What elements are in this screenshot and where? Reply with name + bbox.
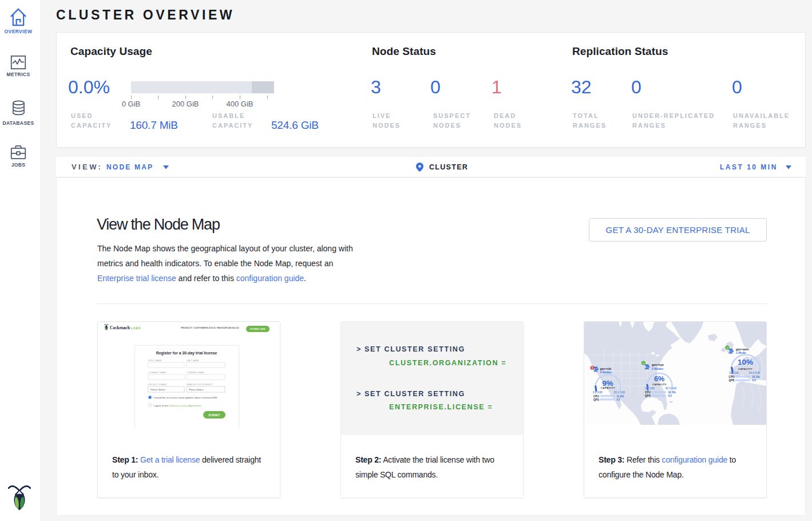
- svg-text:DOCS: DOCS: [209, 327, 216, 329]
- svg-text:3.2 GiB: 3.2 GiB: [593, 391, 603, 394]
- svg-text:52.3%: 52.3%: [752, 376, 760, 378]
- svg-text:Cockroach: Cockroach: [110, 325, 130, 330]
- svg-text:QPS: QPS: [729, 379, 735, 382]
- svg-text:35.1 GiB: 35.1 GiB: [613, 391, 625, 394]
- svg-text:2 Nodes: 2 Nodes: [652, 367, 663, 370]
- svg-text:Please Select: Please Select: [189, 388, 204, 391]
- svg-text:COMPANY EMAIL: COMPANY EMAIL: [187, 372, 205, 374]
- svg-text:geo=ams: geo=ams: [736, 348, 749, 351]
- svg-text:0.4: 0.4: [752, 379, 756, 382]
- svg-text:Register for a 30-day trial li: Register for a 30-day trial license: [156, 351, 217, 356]
- svg-text:PROJECT PHASE: PROJECT PHASE: [148, 384, 167, 386]
- svg-text:REASON FOR INTEREST: REASON FOR INTEREST: [187, 384, 213, 386]
- svg-text:CPU: CPU: [645, 391, 651, 394]
- svg-text:6%: 6%: [654, 375, 664, 383]
- svg-text:Please Select: Please Select: [150, 388, 165, 391]
- svg-text:DOWNLOAD: DOWNLOAD: [250, 327, 266, 330]
- svg-text:10%: 10%: [738, 358, 753, 366]
- svg-text:I agree to the Software Licens: I agree to the Software License Agreemen…: [153, 404, 201, 407]
- svg-text:34.4 GiB: 34.4 GiB: [748, 372, 760, 374]
- svg-text:geo=sfo: geo=sfo: [600, 367, 612, 370]
- svg-text:PRODUCT: PRODUCT: [181, 327, 193, 329]
- svg-text:45.7 GiB: 45.7 GiB: [665, 387, 676, 390]
- svg-text:0.0: 0.0: [668, 394, 672, 397]
- svg-text:CUSTOMERS: CUSTOMERS: [193, 327, 208, 329]
- svg-text:SUBMIT: SUBMIT: [208, 414, 220, 417]
- svg-text:BLOG: BLOG: [232, 327, 239, 329]
- svg-text:CAPACITY: CAPACITY: [738, 368, 752, 370]
- svg-text:2 Nodes: 2 Nodes: [600, 370, 612, 374]
- svg-text:3.6 GiB: 3.6 GiB: [729, 372, 739, 374]
- svg-text:42.5%: 42.5%: [668, 391, 676, 394]
- svg-text:QPS: QPS: [593, 398, 599, 401]
- svg-text:geo=nyc: geo=nyc: [652, 363, 664, 366]
- svg-text:LABS: LABS: [131, 326, 141, 330]
- svg-text:11.0%: 11.0%: [617, 395, 624, 398]
- svg-text:4.7: 4.7: [617, 398, 621, 401]
- svg-text:CPU: CPU: [729, 376, 735, 378]
- svg-text:CAPACITY: CAPACITY: [652, 383, 667, 386]
- svg-text:RESOURCES: RESOURCES: [217, 327, 232, 329]
- svg-text:I would like to receive email: I would like to receive email updates ab…: [153, 396, 217, 399]
- svg-text:FIRST NAME: FIRST NAME: [148, 360, 162, 362]
- svg-text:COMPANY NAME: COMPANY NAME: [148, 372, 167, 374]
- svg-text:CPU: CPU: [593, 395, 599, 398]
- svg-text:CAPACITY: CAPACITY: [601, 386, 615, 389]
- svg-text:QPS: QPS: [645, 394, 651, 397]
- svg-text:3.7 GiB: 3.7 GiB: [645, 387, 655, 390]
- svg-text:LAST NAME: LAST NAME: [187, 360, 199, 362]
